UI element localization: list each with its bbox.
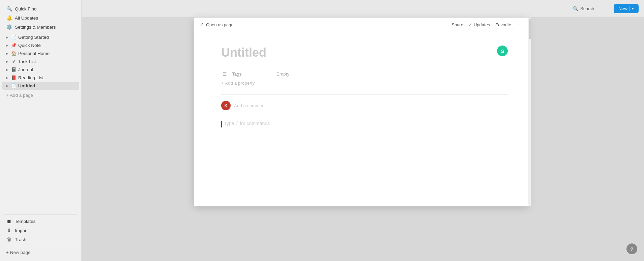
page-background: ↗ Open as page Share ✓ Updates Favorite [82,18,644,261]
sidebar-item-label: Quick Find [15,6,75,11]
gear-icon: ⚙️ [6,24,12,30]
editor-area[interactable]: Type '/' for commands [221,121,508,127]
sidebar-item-import[interactable]: ⬇ Import [2,226,79,235]
sidebar-item-trash[interactable]: 🗑 Trash [2,235,79,244]
arrow-icon: ▶ [5,35,9,39]
page-icon: 📄 [11,35,17,40]
sidebar-item-label: Import [15,228,75,233]
new-page-label: + New page [6,250,75,255]
add-property-button[interactable]: + Add a property [221,79,508,88]
sidebar-bottom: ◼ Templates ⬇ Import 🗑 Trash + New page [0,211,81,258]
comment-avatar: K [221,101,231,110]
trash-icon: 🗑 [6,237,12,242]
book-icon: 📕 [11,75,17,80]
sidebar-item-settings[interactable]: ⚙️ Settings & Members [2,23,79,31]
editor-placeholder: Type '/' for commands [224,121,270,126]
updates-label: Updates [474,22,490,27]
check-icon: ✓ [469,22,472,27]
pin-icon: 📌 [11,43,17,48]
new-button-label: New [618,6,627,11]
home-icon: 🏠 [11,51,17,56]
import-icon: ⬇ [6,228,12,233]
comment-divider [221,94,508,95]
new-button-arrow: ▾ [630,6,634,11]
help-button[interactable]: ? [626,243,637,254]
sidebar-item-templates[interactable]: ◼ Templates [2,217,79,226]
sidebar-top: 🔍 Quick Find 🔔 All Updates ⚙️ Settings &… [0,3,81,33]
divider [4,246,77,246]
doc-more-button[interactable]: ··· [517,22,523,27]
page-label: Reading List [18,75,75,80]
open-as-page-button[interactable]: ↗ Open as page [200,22,234,28]
divider [4,214,77,215]
search-label: Search [580,6,594,11]
arrow-icon: ▶ [5,84,9,88]
sidebar-item-untitled[interactable]: ▶ 📄 Untitled [2,82,79,90]
scrollbar-thumb[interactable] [529,19,531,39]
bell-icon: 🔔 [6,15,12,21]
journal-icon: 📓 [11,67,17,72]
sidebar-item-personal-home[interactable]: ▶ 🏠 Personal Home [2,50,79,57]
new-page-button[interactable]: + New page [2,248,79,257]
sidebar-item-quick-note[interactable]: ▶ 📌 Quick Note [2,41,79,49]
arrow-icon: ▶ [5,68,9,71]
favorite-label: Favorite [495,22,511,27]
page-label: Journal [18,67,75,72]
comment-row: K Add a comment... [221,99,508,112]
search-button[interactable]: 🔍 Search [570,5,597,12]
tags-icon: ☰ [221,71,228,77]
topbar: 🔍 Search ··· New ▾ [82,0,644,18]
doc-properties: ☰ Tags Empty + Add a property [221,69,508,88]
sidebar-item-all-updates[interactable]: 🔔 All Updates [2,13,79,22]
tags-value[interactable]: Empty [276,71,289,77]
doc-modal: ↗ Open as page Share ✓ Updates Favorite [194,18,528,206]
sidebar-item-getting-started[interactable]: ▶ 📄 Getting Started [2,33,79,41]
arrow-icon: ▶ [5,76,9,80]
search-icon: 🔍 [6,6,12,11]
sidebar-item-task-list[interactable]: ▶ ✔ Task List [2,58,79,65]
sidebar-item-label: All Updates [15,16,75,21]
doc-body: G Untitled ☰ Tags Empty + Add a property [194,32,528,206]
content-divider [221,115,508,115]
check-icon: ✔ [11,59,17,64]
text-cursor [221,121,222,127]
arrow-icon: ▶ [5,52,9,55]
share-label: Share [451,22,463,27]
sidebar-item-label: Settings & Members [15,25,75,30]
topbar-more-button[interactable]: ··· [599,5,611,13]
arrow-icon: ▶ [5,44,9,47]
sidebar-item-journal[interactable]: ▶ 📓 Journal [2,66,79,74]
add-page-button[interactable]: + Add a page [2,91,79,99]
page-icon: 📄 [11,83,17,88]
add-page-label: + Add a page [6,93,75,98]
add-property-label: + Add a property [221,81,255,86]
sidebar-item-label: Trash [15,237,75,242]
page-label: Getting Started [18,35,75,40]
main-area: 🔍 Search ··· New ▾ ↗ Open as page [82,0,644,261]
doc-topbar: ↗ Open as page Share ✓ Updates Favorite [194,18,528,32]
page-label: Untitled [18,83,75,88]
search-icon: 🔍 [573,6,578,11]
favorite-button[interactable]: Favorite [495,22,511,27]
open-page-icon: ↗ [200,22,204,28]
page-label: Task List [18,59,75,64]
doc-modal-container: ↗ Open as page Share ✓ Updates Favorite [194,18,531,206]
sidebar-item-quick-find[interactable]: 🔍 Quick Find [2,4,79,13]
arrow-icon: ▶ [5,60,9,63]
open-page-label: Open as page [206,22,234,27]
page-label: Personal Home [18,51,75,56]
tags-property-row: ☰ Tags Empty [221,69,508,79]
share-button[interactable]: Share [451,22,463,27]
page-label: Quick Note [18,43,75,48]
scrollbar-track[interactable] [528,18,531,206]
comment-input[interactable]: Add a comment... [234,103,270,108]
sidebar: 🔍 Quick Find 🔔 All Updates ⚙️ Settings &… [0,0,82,261]
doc-title[interactable]: Untitled [221,46,508,60]
sidebar-pages: ▶ 📄 Getting Started ▶ 📌 Quick Note ▶ 🏠 P… [0,33,81,211]
updates-button[interactable]: ✓ Updates [469,22,490,27]
sidebar-item-reading-list[interactable]: ▶ 📕 Reading List [2,74,79,82]
sidebar-item-label: Templates [15,219,75,224]
collaborator-avatar: G [497,46,508,56]
new-button[interactable]: New ▾ [614,4,639,13]
doc-topbar-right: Share ✓ Updates Favorite ··· [451,22,523,27]
